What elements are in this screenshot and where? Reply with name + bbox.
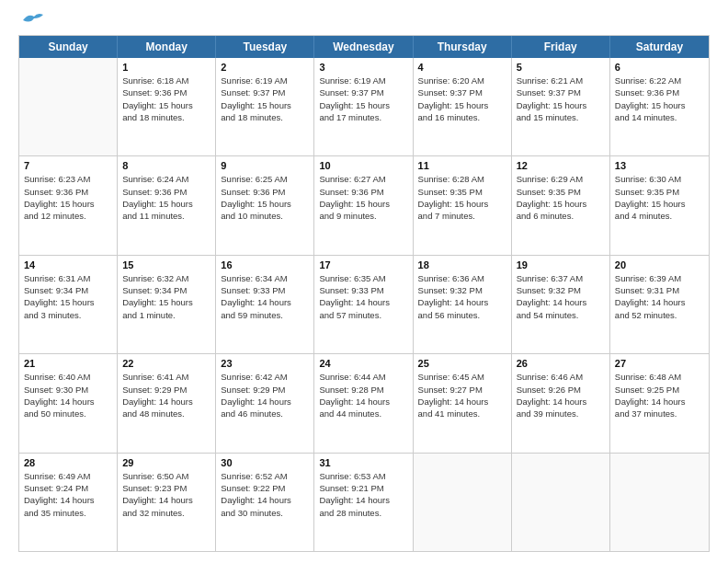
calendar-cell: 12Sunrise: 6:29 AM Sunset: 9:35 PM Dayli… <box>512 156 610 254</box>
day-number: 1 <box>122 62 210 73</box>
cell-text: Sunrise: 6:28 AM Sunset: 9:35 PM Dayligh… <box>418 173 506 222</box>
cell-text: Sunrise: 6:41 AM Sunset: 9:29 PM Dayligh… <box>122 371 210 419</box>
calendar-row: 1Sunrise: 6:18 AM Sunset: 9:36 PM Daylig… <box>19 58 709 155</box>
day-number: 29 <box>122 457 210 468</box>
day-number: 28 <box>24 457 112 468</box>
day-number: 24 <box>319 358 407 369</box>
day-number: 15 <box>122 259 210 270</box>
cell-text: Sunrise: 6:27 AM Sunset: 9:36 PM Dayligh… <box>319 173 407 222</box>
day-number: 23 <box>221 358 309 369</box>
day-number: 7 <box>24 160 112 171</box>
cell-text: Sunrise: 6:52 AM Sunset: 9:22 PM Dayligh… <box>221 470 309 519</box>
logo <box>18 17 45 28</box>
cell-text: Sunrise: 6:25 AM Sunset: 9:36 PM Dayligh… <box>221 173 309 222</box>
calendar-cell: 31Sunrise: 6:53 AM Sunset: 9:21 PM Dayli… <box>314 454 413 551</box>
weekday-header: Sunday <box>19 36 118 58</box>
cell-text: Sunrise: 6:20 AM Sunset: 9:37 PM Dayligh… <box>418 75 506 123</box>
calendar-cell: 20Sunrise: 6:39 AM Sunset: 9:31 PM Dayli… <box>610 256 709 353</box>
cell-text: Sunrise: 6:35 AM Sunset: 9:33 PM Dayligh… <box>319 272 407 321</box>
day-number: 26 <box>517 358 605 369</box>
calendar-cell: 18Sunrise: 6:36 AM Sunset: 9:32 PM Dayli… <box>414 256 512 353</box>
page: SundayMondayTuesdayWednesdayThursdayFrid… <box>0 0 728 563</box>
calendar-cell: 19Sunrise: 6:37 AM Sunset: 9:32 PM Dayli… <box>512 256 610 353</box>
calendar: SundayMondayTuesdayWednesdayThursdayFrid… <box>18 35 710 552</box>
calendar-cell: 24Sunrise: 6:44 AM Sunset: 9:28 PM Dayli… <box>314 354 413 452</box>
cell-text: Sunrise: 6:19 AM Sunset: 9:37 PM Dayligh… <box>319 75 407 123</box>
calendar-cell: 30Sunrise: 6:52 AM Sunset: 9:22 PM Dayli… <box>216 454 314 551</box>
cell-text: Sunrise: 6:36 AM Sunset: 9:32 PM Dayligh… <box>418 272 506 321</box>
cell-text: Sunrise: 6:53 AM Sunset: 9:21 PM Dayligh… <box>319 470 407 519</box>
calendar-cell: 8Sunrise: 6:24 AM Sunset: 9:36 PM Daylig… <box>118 156 216 254</box>
cell-text: Sunrise: 6:21 AM Sunset: 9:37 PM Dayligh… <box>517 75 605 123</box>
day-number: 30 <box>221 457 309 468</box>
day-number: 2 <box>221 62 309 73</box>
cell-text: Sunrise: 6:44 AM Sunset: 9:28 PM Dayligh… <box>319 371 407 419</box>
day-number: 9 <box>221 160 309 171</box>
cell-text: Sunrise: 6:40 AM Sunset: 9:30 PM Dayligh… <box>24 371 112 419</box>
logo-bird-icon <box>21 11 45 28</box>
day-number: 17 <box>319 259 407 270</box>
cell-text: Sunrise: 6:29 AM Sunset: 9:35 PM Dayligh… <box>517 173 605 222</box>
cell-text: Sunrise: 6:46 AM Sunset: 9:26 PM Dayligh… <box>517 371 605 419</box>
calendar-cell <box>512 454 610 551</box>
calendar-row: 7Sunrise: 6:23 AM Sunset: 9:36 PM Daylig… <box>19 155 709 254</box>
calendar-cell: 26Sunrise: 6:46 AM Sunset: 9:26 PM Dayli… <box>512 354 610 452</box>
cell-text: Sunrise: 6:34 AM Sunset: 9:33 PM Dayligh… <box>221 272 309 321</box>
calendar-cell: 15Sunrise: 6:32 AM Sunset: 9:34 PM Dayli… <box>118 256 216 353</box>
calendar-cell: 7Sunrise: 6:23 AM Sunset: 9:36 PM Daylig… <box>19 156 118 254</box>
cell-text: Sunrise: 6:22 AM Sunset: 9:36 PM Dayligh… <box>615 75 704 123</box>
calendar-cell: 6Sunrise: 6:22 AM Sunset: 9:36 PM Daylig… <box>610 58 709 155</box>
calendar-body: 1Sunrise: 6:18 AM Sunset: 9:36 PM Daylig… <box>19 58 709 551</box>
calendar-cell: 28Sunrise: 6:49 AM Sunset: 9:24 PM Dayli… <box>19 454 118 551</box>
calendar-cell: 23Sunrise: 6:42 AM Sunset: 9:29 PM Dayli… <box>216 354 314 452</box>
calendar-cell: 5Sunrise: 6:21 AM Sunset: 9:37 PM Daylig… <box>512 58 610 155</box>
cell-text: Sunrise: 6:49 AM Sunset: 9:24 PM Dayligh… <box>24 470 112 519</box>
day-number: 31 <box>319 457 407 468</box>
calendar-cell: 16Sunrise: 6:34 AM Sunset: 9:33 PM Dayli… <box>216 256 314 353</box>
calendar-cell <box>610 454 709 551</box>
cell-text: Sunrise: 6:30 AM Sunset: 9:35 PM Dayligh… <box>615 173 704 222</box>
weekday-header: Thursday <box>414 36 512 58</box>
calendar-cell: 4Sunrise: 6:20 AM Sunset: 9:37 PM Daylig… <box>414 58 512 155</box>
day-number: 27 <box>615 358 704 369</box>
calendar-cell: 3Sunrise: 6:19 AM Sunset: 9:37 PM Daylig… <box>314 58 413 155</box>
cell-text: Sunrise: 6:48 AM Sunset: 9:25 PM Dayligh… <box>615 371 704 419</box>
cell-text: Sunrise: 6:42 AM Sunset: 9:29 PM Dayligh… <box>221 371 309 419</box>
calendar-cell <box>414 454 512 551</box>
weekday-header: Tuesday <box>216 36 314 58</box>
calendar-row: 28Sunrise: 6:49 AM Sunset: 9:24 PM Dayli… <box>19 453 709 551</box>
day-number: 11 <box>418 160 506 171</box>
calendar-cell: 29Sunrise: 6:50 AM Sunset: 9:23 PM Dayli… <box>118 454 216 551</box>
day-number: 20 <box>615 259 704 270</box>
calendar-cell: 27Sunrise: 6:48 AM Sunset: 9:25 PM Dayli… <box>610 354 709 452</box>
calendar-cell: 13Sunrise: 6:30 AM Sunset: 9:35 PM Dayli… <box>610 156 709 254</box>
day-number: 22 <box>122 358 210 369</box>
day-number: 5 <box>517 62 605 73</box>
calendar-cell <box>19 58 118 155</box>
weekday-header: Wednesday <box>314 36 413 58</box>
cell-text: Sunrise: 6:39 AM Sunset: 9:31 PM Dayligh… <box>615 272 704 321</box>
cell-text: Sunrise: 6:37 AM Sunset: 9:32 PM Dayligh… <box>517 272 605 321</box>
cell-text: Sunrise: 6:19 AM Sunset: 9:37 PM Dayligh… <box>221 75 309 123</box>
weekday-header: Friday <box>512 36 610 58</box>
cell-text: Sunrise: 6:18 AM Sunset: 9:36 PM Dayligh… <box>122 75 210 123</box>
cell-text: Sunrise: 6:50 AM Sunset: 9:23 PM Dayligh… <box>122 470 210 519</box>
calendar-cell: 10Sunrise: 6:27 AM Sunset: 9:36 PM Dayli… <box>314 156 413 254</box>
calendar-cell: 1Sunrise: 6:18 AM Sunset: 9:36 PM Daylig… <box>118 58 216 155</box>
calendar-cell: 11Sunrise: 6:28 AM Sunset: 9:35 PM Dayli… <box>414 156 512 254</box>
day-number: 21 <box>24 358 112 369</box>
day-number: 8 <box>122 160 210 171</box>
day-number: 14 <box>24 259 112 270</box>
calendar-cell: 14Sunrise: 6:31 AM Sunset: 9:34 PM Dayli… <box>19 256 118 353</box>
calendar-cell: 9Sunrise: 6:25 AM Sunset: 9:36 PM Daylig… <box>216 156 314 254</box>
day-number: 4 <box>418 62 506 73</box>
day-number: 3 <box>319 62 407 73</box>
cell-text: Sunrise: 6:23 AM Sunset: 9:36 PM Dayligh… <box>24 173 112 222</box>
weekday-header: Monday <box>118 36 216 58</box>
day-number: 13 <box>615 160 704 171</box>
day-number: 25 <box>418 358 506 369</box>
weekday-header: Saturday <box>610 36 709 58</box>
calendar-cell: 2Sunrise: 6:19 AM Sunset: 9:37 PM Daylig… <box>216 58 314 155</box>
day-number: 19 <box>517 259 605 270</box>
header <box>18 17 710 28</box>
